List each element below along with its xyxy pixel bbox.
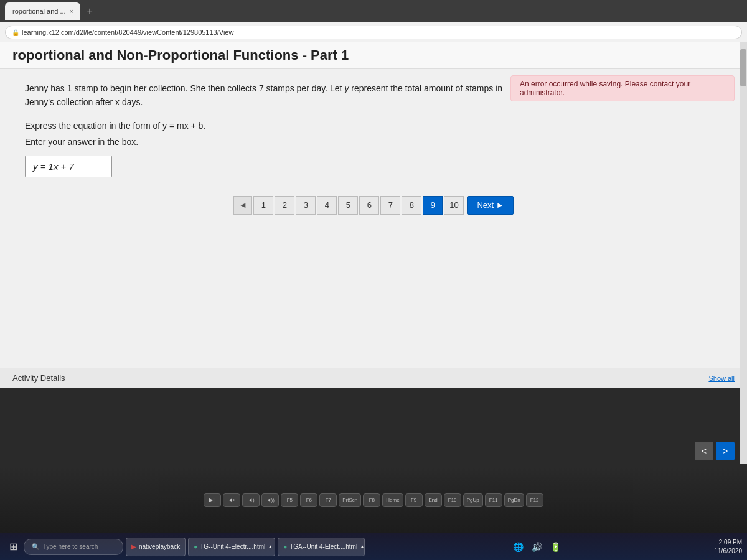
page-btn-5[interactable]: 5: [338, 196, 358, 215]
tab-title: roportional and ...: [12, 7, 66, 15]
clock-time: 2:09 PM: [715, 538, 743, 547]
key-f9[interactable]: F9: [405, 493, 423, 507]
scroll-thumb[interactable]: [740, 49, 746, 86]
new-tab-button[interactable]: +: [83, 6, 96, 17]
key-prtscn[interactable]: PrtScn: [339, 493, 361, 507]
clock-date: 11/6/2020: [715, 547, 743, 556]
show-all-link[interactable]: Show all: [708, 375, 735, 382]
error-banner: An error occurred while saving. Please c…: [510, 75, 735, 101]
search-icon: 🔍: [32, 543, 39, 550]
page-btn-6[interactable]: 6: [359, 196, 379, 215]
key-vol-up[interactable]: ◄)): [261, 493, 279, 507]
taskbar-clock: 2:09 PM 11/6/2020: [715, 538, 743, 556]
nav-arrows: < >: [695, 442, 735, 460]
address-bar[interactable]: 🔒 learning.k12.com/d2l/le/content/820449…: [5, 26, 742, 39]
equation-label: Express the equation in the form of y = …: [25, 121, 722, 131]
activity-details-label: Activity Details: [12, 373, 65, 383]
taskbar-tga-html[interactable]: ● TGA--Unit 4-Elect....html ▲: [278, 538, 365, 556]
tga-chevron-icon: ▲: [360, 544, 365, 549]
equation-label-text: Express the equation in the form of y = …: [25, 121, 205, 131]
tg-html-label: TG--Unit 4-Electr....html: [200, 543, 265, 550]
key-pgdn[interactable]: PgDn: [504, 493, 524, 507]
key-f6[interactable]: F6: [300, 493, 317, 507]
next-button[interactable]: Next ►: [467, 196, 513, 215]
nav-right-button[interactable]: >: [716, 442, 735, 460]
tg-chevron-icon: ▲: [268, 544, 273, 549]
key-f8[interactable]: F8: [363, 493, 380, 507]
key-end[interactable]: End: [425, 493, 442, 507]
page-btn-2[interactable]: 2: [275, 196, 294, 215]
key-home[interactable]: Home: [382, 493, 403, 507]
key-mute[interactable]: ◄×: [223, 493, 240, 507]
chrome-icon: ●: [194, 543, 197, 550]
main-content: An error occurred while saving. Please c…: [0, 69, 747, 368]
answer-label: Enter your answer in the box.: [25, 137, 722, 147]
page-btn-3[interactable]: 3: [296, 196, 316, 215]
keyboard-area: ▶|| ◄× ◄) ◄)) F5 F6 F7 PrtScn F8 Home F9…: [0, 467, 747, 533]
nativeplayback-label: nativeplayback: [139, 543, 180, 550]
key-f5[interactable]: F5: [281, 493, 298, 507]
activity-details-bar: Activity Details Show all: [0, 368, 747, 388]
chrome-icon2: ●: [283, 543, 287, 550]
browser-chrome: roportional and ... × +: [0, 0, 747, 22]
windows-start-button[interactable]: ⊞: [5, 539, 21, 555]
chevron-right-icon: >: [723, 446, 728, 456]
page-title: roportional and Non-Proportional Functio…: [12, 47, 735, 63]
tab-bar: roportional and ... × +: [5, 2, 742, 20]
page-btn-1[interactable]: 1: [253, 196, 273, 215]
tga-html-label: TGA--Unit 4-Elect....html: [289, 543, 357, 550]
prev-page-button[interactable]: ◄: [233, 196, 252, 215]
battery-icon[interactable]: 🔋: [548, 539, 564, 555]
address-bar-row: 🔒 learning.k12.com/d2l/le/content/820449…: [0, 22, 747, 42]
key-pgup[interactable]: PgUp: [463, 493, 483, 507]
key-f10[interactable]: F10: [444, 493, 461, 507]
answer-label-text: Enter your answer in the box.: [25, 137, 138, 147]
tab-close-icon[interactable]: ×: [70, 8, 73, 15]
chevron-left-icon: <: [702, 446, 707, 456]
taskbar-search[interactable]: 🔍 Type here to search: [24, 539, 123, 555]
url-text: learning.k12.com/d2l/le/content/820449/v…: [22, 29, 233, 36]
key-vol-down[interactable]: ◄): [242, 493, 260, 507]
page-btn-7[interactable]: 7: [380, 196, 400, 215]
answer-value: y = 1x + 7: [33, 161, 74, 172]
key-f11[interactable]: F11: [485, 493, 502, 507]
volume-icon[interactable]: 🔊: [529, 539, 545, 555]
pagination: ◄ 1 2 3 4 5 6 7 8 9 10 Next ►: [25, 196, 722, 215]
nativeplayback-icon: ▶: [131, 543, 136, 550]
page-btn-9[interactable]: 9: [423, 196, 443, 215]
key-pause[interactable]: ▶||: [204, 493, 221, 507]
key-f12[interactable]: F12: [526, 493, 543, 507]
browser-tab[interactable]: roportional and ... ×: [5, 2, 80, 20]
page-btn-10[interactable]: 10: [444, 196, 464, 215]
page-header: roportional and Non-Proportional Functio…: [0, 42, 747, 69]
nav-left-button[interactable]: <: [695, 442, 713, 460]
taskbar-nativeplayback[interactable]: ▶ nativeplayback: [126, 538, 186, 556]
taskbar: ⊞ 🔍 Type here to search ▶ nativeplayback…: [0, 533, 747, 560]
scroll-bar[interactable]: [740, 42, 747, 464]
key-f7[interactable]: F7: [319, 493, 337, 507]
answer-input-box[interactable]: y = 1x + 7: [25, 156, 112, 177]
page-btn-4[interactable]: 4: [317, 196, 337, 215]
system-tray: 🌐 🔊 🔋: [510, 539, 564, 555]
question-text-part1: Jenny has 1 stamp to begin her collectio…: [25, 83, 344, 93]
question-text: Jenny has 1 stamp to begin her collectio…: [25, 82, 510, 110]
taskbar-search-text: Type here to search: [43, 543, 98, 550]
lock-icon: 🔒: [12, 29, 19, 36]
network-icon[interactable]: 🌐: [510, 539, 527, 555]
page-btn-8[interactable]: 8: [402, 196, 421, 215]
keyboard-row-1: ▶|| ◄× ◄) ◄)) F5 F6 F7 PrtScn F8 Home F9…: [204, 493, 543, 507]
taskbar-tg-html[interactable]: ● TG--Unit 4-Electr....html ▲: [188, 538, 275, 556]
